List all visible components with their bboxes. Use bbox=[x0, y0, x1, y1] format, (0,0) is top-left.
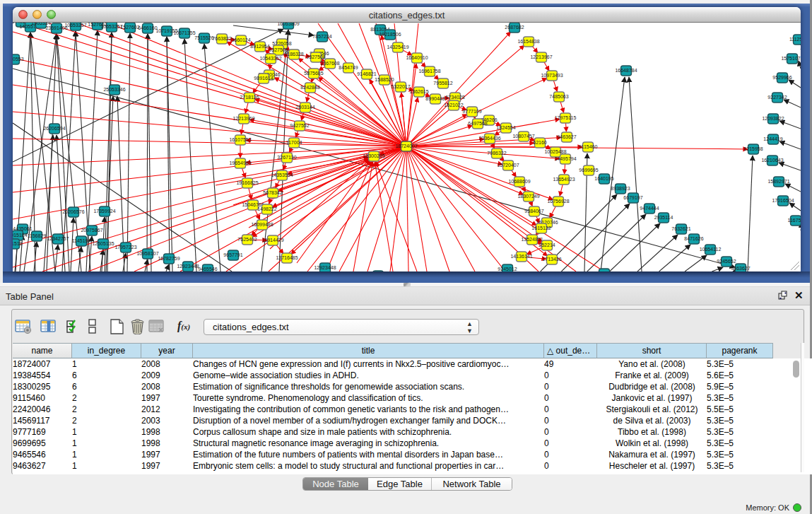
svg-text:2687682: 2687682 bbox=[505, 25, 524, 30]
svg-text:7955812: 7955812 bbox=[433, 81, 452, 86]
svg-text:9146821: 9146821 bbox=[357, 71, 376, 76]
svg-text:12923448: 12923448 bbox=[314, 265, 336, 270]
svg-text:16640910: 16640910 bbox=[406, 55, 428, 60]
svg-text:6497568: 6497568 bbox=[468, 121, 487, 126]
svg-text:8454749: 8454749 bbox=[339, 65, 358, 70]
svg-text:8186328: 8186328 bbox=[284, 52, 303, 57]
svg-text:12213969: 12213969 bbox=[233, 116, 254, 121]
svg-text:9384067: 9384067 bbox=[524, 209, 543, 214]
svg-text:18307249: 18307249 bbox=[517, 194, 539, 199]
svg-text:12093822: 12093822 bbox=[762, 116, 784, 121]
svg-text:6466160: 6466160 bbox=[138, 25, 157, 30]
svg-text:8912954: 8912954 bbox=[250, 44, 269, 49]
svg-text:17359924: 17359924 bbox=[93, 209, 115, 214]
svg-text:2935114: 2935114 bbox=[654, 215, 673, 220]
svg-text:116753: 116753 bbox=[788, 218, 801, 223]
svg-text:20206576: 20206576 bbox=[62, 209, 84, 214]
svg-text:20364436: 20364436 bbox=[478, 136, 500, 141]
svg-text:7485063: 7485063 bbox=[549, 94, 568, 99]
svg-text:1112503: 1112503 bbox=[789, 37, 801, 42]
svg-text:17957223: 17957223 bbox=[114, 245, 136, 250]
svg-text:9891614: 9891614 bbox=[254, 76, 273, 81]
svg-text:15720407: 15720407 bbox=[497, 163, 519, 168]
svg-text:10654112: 10654112 bbox=[700, 247, 722, 252]
svg-text:1527602: 1527602 bbox=[120, 25, 139, 30]
svg-text:12342757: 12342757 bbox=[47, 236, 69, 241]
svg-text:14495794: 14495794 bbox=[554, 156, 576, 161]
svg-text:5678342: 5678342 bbox=[263, 190, 282, 195]
svg-text:16961758: 16961758 bbox=[418, 69, 440, 74]
svg-text:117004: 117004 bbox=[286, 140, 302, 145]
svg-text:7986322: 7986322 bbox=[487, 151, 506, 156]
svg-text:1244419: 1244419 bbox=[763, 136, 782, 141]
svg-text:1621022: 1621022 bbox=[444, 103, 463, 107]
svg-text:13524851: 13524851 bbox=[521, 237, 543, 242]
svg-text:3660124: 3660124 bbox=[231, 37, 250, 42]
svg-text:9699695: 9699695 bbox=[579, 168, 598, 173]
svg-text:9245012: 9245012 bbox=[498, 267, 517, 271]
svg-text:9529966: 9529966 bbox=[772, 75, 792, 80]
svg-text:1824554: 1824554 bbox=[496, 125, 515, 130]
svg-text:9777109: 9777109 bbox=[462, 109, 481, 114]
svg-text:16914479: 16914479 bbox=[261, 238, 283, 243]
svg-text:9227342: 9227342 bbox=[767, 95, 787, 100]
svg-text:7663822: 7663822 bbox=[212, 36, 231, 41]
svg-text:10025488: 10025488 bbox=[544, 149, 566, 154]
svg-text:19166825: 19166825 bbox=[236, 180, 258, 185]
svg-text:9657791: 9657791 bbox=[223, 252, 242, 257]
svg-text:18724007: 18724007 bbox=[395, 144, 417, 148]
svg-text:15751074: 15751074 bbox=[781, 56, 801, 61]
svg-text:9465546: 9465546 bbox=[198, 267, 217, 271]
svg-text:17975115: 17975115 bbox=[555, 115, 577, 120]
svg-text:2367608: 2367608 bbox=[320, 61, 339, 66]
svg-text:16756928: 16756928 bbox=[547, 199, 569, 204]
svg-text:8471626: 8471626 bbox=[684, 236, 703, 241]
svg-text:19654985: 19654985 bbox=[229, 160, 251, 165]
svg-text:1145194: 1145194 bbox=[72, 238, 91, 243]
svg-text:252214: 252214 bbox=[539, 243, 555, 247]
svg-text:15892971: 15892971 bbox=[767, 179, 789, 184]
svg-text:10653257: 10653257 bbox=[64, 23, 86, 28]
svg-text:5875685: 5875685 bbox=[304, 71, 323, 76]
svg-text:16648784: 16648784 bbox=[615, 68, 637, 73]
svg-text:16099488: 16099488 bbox=[251, 222, 273, 227]
svg-text:62160: 62160 bbox=[533, 140, 547, 145]
svg-text:1615132: 1615132 bbox=[531, 226, 551, 230]
svg-text:16154838: 16154838 bbox=[517, 39, 539, 44]
svg-text:12213967: 12213967 bbox=[530, 54, 552, 59]
svg-text:16053809: 16053809 bbox=[277, 23, 299, 26]
svg-text:9463627: 9463627 bbox=[557, 134, 576, 139]
svg-text:1440553: 1440553 bbox=[13, 57, 24, 62]
svg-text:10244502: 10244502 bbox=[593, 271, 615, 271]
svg-text:8990448: 8990448 bbox=[425, 96, 445, 101]
svg-text:1498222: 1498222 bbox=[257, 206, 276, 211]
svg-text:10653257: 10653257 bbox=[100, 24, 122, 29]
svg-text:26206594: 26206594 bbox=[43, 126, 65, 131]
svg-text:16782759: 16782759 bbox=[158, 256, 180, 261]
svg-text:12923448: 12923448 bbox=[177, 264, 199, 269]
svg-text:14136141: 14136141 bbox=[510, 254, 532, 259]
svg-text:12505135: 12505135 bbox=[92, 241, 114, 246]
svg-text:3267130: 3267130 bbox=[277, 155, 296, 160]
svg-text:2803144: 2803144 bbox=[295, 105, 314, 110]
svg-text:16210643: 16210643 bbox=[761, 158, 783, 163]
svg-text:13654923: 13654923 bbox=[553, 177, 575, 182]
svg-text:14353594: 14353594 bbox=[271, 173, 293, 177]
svg-text:20975867: 20975867 bbox=[81, 228, 102, 233]
svg-text:8242848: 8242848 bbox=[300, 85, 319, 90]
svg-text:10671355: 10671355 bbox=[173, 30, 195, 35]
svg-text:1640195: 1640195 bbox=[594, 176, 613, 181]
svg-text:7625402: 7625402 bbox=[237, 237, 257, 242]
svg-text:17016504: 17016504 bbox=[772, 198, 794, 203]
svg-text:5322017: 5322017 bbox=[391, 84, 410, 89]
svg-text:1362615: 1362615 bbox=[409, 89, 428, 94]
svg-text:9463627: 9463627 bbox=[731, 266, 750, 271]
svg-text:9115460: 9115460 bbox=[579, 144, 598, 149]
svg-text:10688609: 10688609 bbox=[508, 179, 530, 184]
svg-text:7632621: 7632621 bbox=[671, 226, 690, 231]
svg-text:6679197: 6679197 bbox=[623, 195, 642, 200]
svg-text:7857234: 7857234 bbox=[312, 34, 331, 39]
svg-text:14325419: 14325419 bbox=[387, 45, 408, 49]
svg-text:10958107: 10958107 bbox=[136, 251, 158, 256]
svg-text:8938923: 8938923 bbox=[611, 186, 630, 191]
